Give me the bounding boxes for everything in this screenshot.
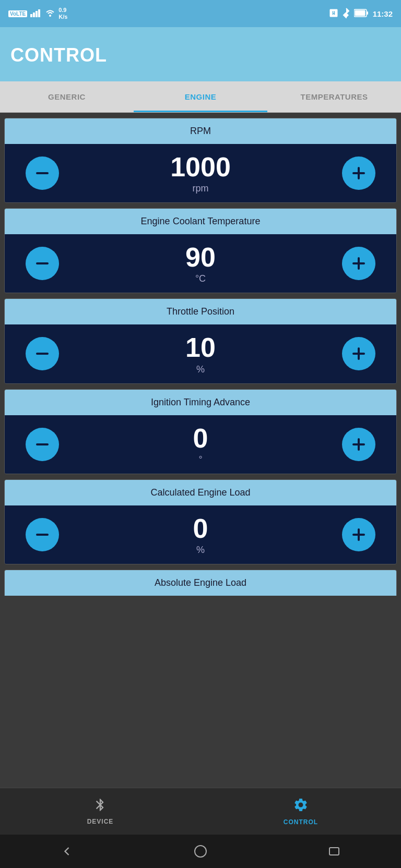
status-left: VoLTE 0.9K/s (8, 7, 67, 20)
system-navigation (0, 835, 401, 868)
rpm-unit: rpm (193, 183, 209, 194)
ignition-timing-label: Ignition Timing Advance (5, 390, 396, 415)
throttle-position-increment-button[interactable] (342, 337, 375, 370)
nav-control-label: CONTROL (284, 818, 318, 826)
home-button[interactable] (189, 840, 212, 863)
nav-device[interactable]: DEVICE (0, 788, 200, 835)
rpm-value: 1000 (170, 152, 231, 182)
time-display: 11:32 (373, 9, 393, 18)
throttle-position-body: 10 % (5, 324, 396, 383)
throttle-position-label: Throttle Position (5, 299, 396, 324)
battery-icon (354, 9, 369, 19)
rpm-decrement-button[interactable] (26, 156, 59, 190)
svg-rect-6 (355, 10, 365, 16)
page-title: CONTROL (10, 44, 107, 66)
svg-rect-14 (36, 353, 49, 355)
back-button[interactable] (55, 840, 78, 863)
nav-device-label: DEVICE (87, 818, 114, 825)
svg-rect-8 (36, 172, 49, 174)
calculated-engine-load-decrement-button[interactable] (26, 518, 59, 551)
tab-engine[interactable]: ENGINE (134, 81, 267, 112)
svg-rect-13 (358, 257, 360, 270)
throttle-position-unit: % (196, 364, 205, 375)
coolant-temp-decrement-button[interactable] (26, 247, 59, 280)
rpm-card: RPM 1000 rpm (4, 118, 397, 203)
network-speed: 0.9K/s (58, 7, 67, 20)
rpm-value-display: 1000 rpm (59, 152, 342, 194)
throttle-position-value: 10 (185, 333, 216, 363)
wifi-icon (45, 9, 55, 19)
absolute-engine-load-card-partial: Absolute Engine Load (4, 570, 397, 596)
svg-point-23 (195, 846, 206, 857)
ignition-timing-value: 0 (193, 424, 208, 453)
throttle-position-decrement-button[interactable] (26, 337, 59, 370)
calculated-engine-load-value-display: 0 % (59, 514, 342, 556)
tab-generic[interactable]: GENERIC (0, 81, 134, 112)
coolant-temp-unit: °C (195, 273, 206, 284)
coolant-temp-increment-button[interactable] (342, 247, 375, 280)
bluetooth-nav-icon (93, 798, 108, 816)
coolant-temp-body: 90 °C (5, 234, 396, 293)
status-right: 11:32 (329, 8, 393, 20)
ignition-timing-unit: ° (198, 454, 202, 465)
svg-rect-17 (36, 443, 49, 445)
app-header: CONTROL (0, 27, 401, 81)
svg-rect-20 (36, 534, 49, 536)
svg-rect-19 (358, 438, 360, 451)
status-bar: VoLTE 0.9K/s (0, 0, 401, 27)
svg-rect-11 (36, 262, 49, 264)
coolant-temp-card: Engine Coolant Temperature 90 °C (4, 208, 397, 293)
bottom-navigation: DEVICE CONTROL (0, 788, 401, 835)
svg-rect-10 (358, 167, 360, 179)
calculated-engine-load-label: Calculated Engine Load (5, 480, 396, 505)
svg-rect-24 (329, 848, 339, 855)
calculated-engine-load-unit: % (196, 545, 205, 556)
tab-bar: GENERIC ENGINE TEMPERATURES (0, 81, 401, 113)
svg-rect-16 (358, 347, 360, 360)
recents-button[interactable] (323, 840, 346, 863)
rpm-body: 1000 rpm (5, 144, 396, 202)
throttle-position-value-display: 10 % (59, 333, 342, 375)
tab-temperatures[interactable]: TEMPERATURES (267, 81, 401, 112)
bluetooth-icon (343, 8, 350, 20)
signal-strength (30, 9, 42, 19)
svg-rect-0 (30, 14, 32, 17)
absolute-engine-load-label: Absolute Engine Load (5, 570, 396, 596)
svg-rect-7 (367, 11, 368, 15)
calculated-engine-load-body: 0 % (5, 505, 396, 564)
rpm-increment-button[interactable] (342, 156, 375, 190)
ignition-timing-decrement-button[interactable] (26, 428, 59, 461)
svg-rect-1 (33, 13, 35, 17)
gear-nav-icon (293, 797, 309, 816)
ignition-timing-increment-button[interactable] (342, 428, 375, 461)
coolant-temp-value: 90 (185, 243, 216, 272)
rpm-label: RPM (5, 118, 396, 144)
ignition-timing-body: 0 ° (5, 415, 396, 474)
throttle-position-card: Throttle Position 10 % (4, 298, 397, 383)
coolant-temp-value-display: 90 °C (59, 243, 342, 284)
ignition-timing-value-display: 0 ° (59, 424, 342, 465)
nav-control[interactable]: CONTROL (200, 788, 401, 835)
svg-point-4 (49, 15, 51, 17)
calculated-engine-load-value: 0 (193, 514, 208, 544)
nfc-icon (329, 8, 338, 19)
volte-badge: VoLTE (8, 10, 27, 17)
calculated-engine-load-card: Calculated Engine Load 0 % (4, 479, 397, 564)
svg-rect-22 (358, 528, 360, 541)
ignition-timing-card: Ignition Timing Advance 0 ° (4, 389, 397, 474)
main-content: RPM 1000 rpm Engine Coolant Temperature … (0, 113, 401, 788)
svg-rect-2 (36, 11, 38, 17)
coolant-temp-label: Engine Coolant Temperature (5, 209, 396, 234)
calculated-engine-load-increment-button[interactable] (342, 518, 375, 551)
svg-rect-3 (38, 9, 40, 17)
